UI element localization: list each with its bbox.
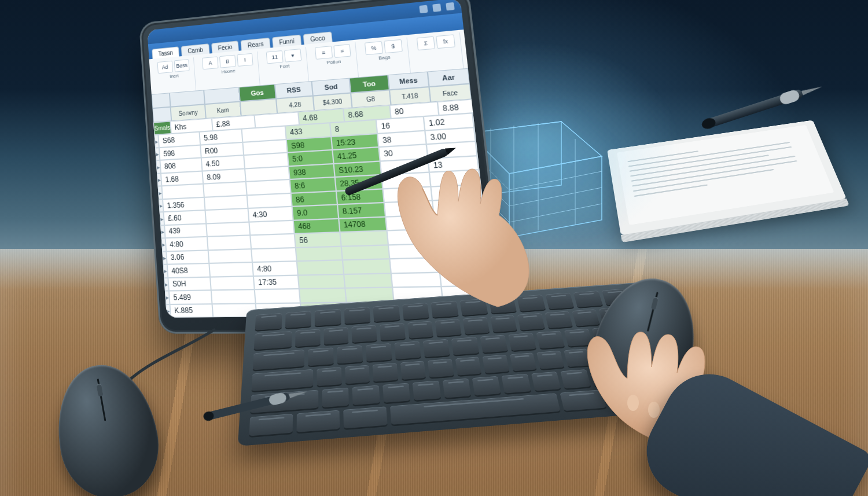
keyboard-key[interactable] xyxy=(344,307,370,324)
keyboard-key[interactable] xyxy=(395,341,421,359)
cell[interactable]: 8.157 xyxy=(337,203,385,218)
keyboard-key[interactable] xyxy=(345,365,370,384)
keyboard-key[interactable] xyxy=(463,317,490,335)
cell[interactable]: 5.489 xyxy=(169,290,212,304)
keyboard-key[interactable] xyxy=(455,357,482,375)
cell[interactable] xyxy=(203,182,247,197)
cell[interactable]: 14708 xyxy=(339,216,387,232)
cell[interactable] xyxy=(255,289,300,303)
cell[interactable] xyxy=(340,231,388,247)
cell[interactable] xyxy=(251,248,297,263)
keyboard-key[interactable] xyxy=(352,325,377,343)
keyboard-key[interactable] xyxy=(442,379,471,398)
keyboard-key[interactable] xyxy=(451,337,479,355)
cell[interactable] xyxy=(205,208,249,223)
cell[interactable]: 468 xyxy=(293,218,340,234)
keyboard-key[interactable] xyxy=(560,390,606,411)
keyboard-key[interactable] xyxy=(545,311,572,329)
keyboard-key[interactable] xyxy=(536,351,564,369)
cell[interactable] xyxy=(247,193,292,209)
cell[interactable]: 1.356 xyxy=(163,197,205,212)
cell[interactable] xyxy=(385,215,435,230)
keyboard-key[interactable] xyxy=(413,381,441,401)
keyboard-key[interactable] xyxy=(572,309,600,326)
window-control-icon[interactable] xyxy=(446,2,454,11)
cell[interactable]: 40S8 xyxy=(167,263,210,278)
keyboard-key[interactable] xyxy=(380,323,406,340)
cell[interactable] xyxy=(206,222,250,237)
cell[interactable] xyxy=(249,220,294,235)
row-header[interactable]: Smais xyxy=(153,121,171,135)
cell[interactable] xyxy=(437,242,488,258)
ribbon-button[interactable]: 11 xyxy=(266,50,284,64)
keyboard-key[interactable] xyxy=(508,333,536,351)
ribbon-button[interactable]: Bess xyxy=(174,59,190,72)
ribbon-button[interactable]: A xyxy=(202,56,218,69)
ribbon-button[interactable]: ≡ xyxy=(333,44,351,58)
keyboard-key[interactable] xyxy=(366,343,392,362)
keyboard-key[interactable] xyxy=(460,299,488,315)
keyboard-key[interactable] xyxy=(297,410,340,432)
keyboard-key[interactable] xyxy=(517,313,545,330)
cell[interactable]: £.60 xyxy=(164,210,207,225)
ribbon-button[interactable]: ≡ xyxy=(315,46,333,60)
keyboard-key[interactable] xyxy=(488,297,517,314)
ribbon-button[interactable]: ▾ xyxy=(284,49,301,63)
cell[interactable] xyxy=(344,273,392,288)
keyboard-key[interactable] xyxy=(373,305,400,322)
ribbon-button[interactable]: % xyxy=(365,41,383,55)
cell[interactable] xyxy=(204,195,248,210)
ribbon-button[interactable]: I xyxy=(237,53,253,67)
ribbon-button[interactable]: $ xyxy=(384,39,402,53)
keyboard-key[interactable] xyxy=(435,319,462,336)
ribbon-button[interactable]: Ad xyxy=(157,61,173,74)
keyboard-key[interactable] xyxy=(317,367,342,386)
cell[interactable] xyxy=(389,258,440,273)
cell[interactable]: 86 xyxy=(291,191,337,207)
keyboard-key[interactable] xyxy=(472,376,501,396)
keyboard-key[interactable] xyxy=(322,388,349,408)
cell[interactable]: 4:30 xyxy=(248,207,293,222)
cell[interactable] xyxy=(250,234,296,249)
cell[interactable] xyxy=(391,272,442,287)
keyboard-key[interactable] xyxy=(564,329,593,347)
cell[interactable]: 56 xyxy=(295,232,341,247)
keyboard-key[interactable] xyxy=(490,315,517,332)
cell[interactable] xyxy=(438,256,490,272)
keyboard-key[interactable] xyxy=(431,301,459,318)
keyboard-key[interactable] xyxy=(249,414,293,436)
cell[interactable]: 439 xyxy=(164,223,207,238)
cell[interactable]: 4:80 xyxy=(165,237,208,251)
keyboard-key[interactable] xyxy=(531,372,561,391)
cell[interactable]: 9.0 xyxy=(292,205,339,221)
ribbon-button[interactable]: Σ xyxy=(416,36,435,51)
cell[interactable] xyxy=(341,245,390,260)
cell[interactable]: K.885 xyxy=(170,304,213,318)
keyboard-key[interactable] xyxy=(344,406,387,428)
cell[interactable] xyxy=(432,199,483,215)
window-control-icon[interactable] xyxy=(432,3,441,12)
keyboard-key[interactable] xyxy=(323,327,348,345)
ribbon-button[interactable]: B xyxy=(219,55,236,68)
keyboard-key[interactable] xyxy=(254,331,292,350)
cell[interactable] xyxy=(434,213,486,229)
keyboard-key[interactable] xyxy=(255,313,282,330)
cell[interactable] xyxy=(296,246,343,261)
cell[interactable] xyxy=(207,236,251,250)
cell[interactable]: 4:80 xyxy=(252,261,298,275)
keyboard-key[interactable] xyxy=(352,385,380,406)
cell[interactable]: Kuro xyxy=(487,100,496,112)
cell[interactable] xyxy=(435,227,487,244)
keyboard-key[interactable] xyxy=(564,348,591,367)
keyboard-key[interactable] xyxy=(285,311,311,328)
spreadsheet-grid[interactable]: GosRSSSodTooMessAar SonvnyKam4.28$4.300G… xyxy=(152,68,496,318)
cell[interactable] xyxy=(161,184,204,199)
keyboard-key[interactable] xyxy=(402,303,429,319)
keyboard-key[interactable] xyxy=(545,293,574,310)
keyboard-key[interactable] xyxy=(295,329,320,347)
cell[interactable] xyxy=(388,244,438,259)
cell[interactable]: S0H xyxy=(168,277,211,291)
cell[interactable] xyxy=(431,184,481,200)
keyboard-key[interactable] xyxy=(308,347,334,366)
keyboard-key[interactable] xyxy=(382,383,410,403)
